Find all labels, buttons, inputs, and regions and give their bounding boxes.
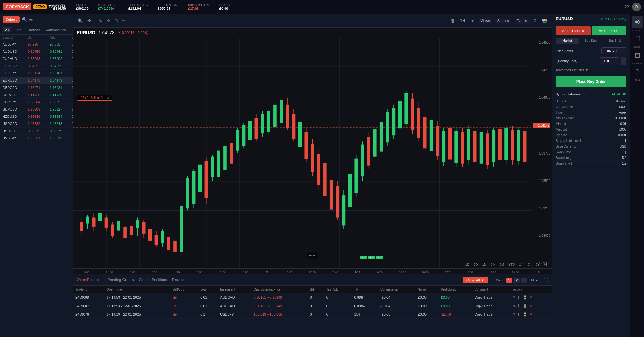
crosshair-icon[interactable]: ✚ [86, 17, 92, 24]
tab-open-positions[interactable]: Open Positions [77, 275, 102, 285]
quantity-decrement[interactable]: − [621, 61, 626, 65]
history-icon[interactable]: H [518, 312, 521, 317]
edit-icon[interactable]: ✎ [513, 295, 516, 300]
quantity-increment[interactable]: + [621, 57, 626, 61]
list-item[interactable]: AUDJPY 98.298 98.305 0.7 [0, 41, 73, 48]
pagination: Prev 1 2 3 Next [494, 278, 541, 283]
period-1m[interactable]: 1M [480, 262, 488, 267]
expand-button[interactable]: ⛶ [543, 278, 548, 283]
sidebar-item-calendar[interactable] [632, 50, 643, 61]
svg-rect-136 [436, 126, 439, 156]
grid-icon[interactable]: ☷ [29, 17, 33, 22]
list-item[interactable]: AUDUSD 0.62759 0.62761 0.2 [0, 48, 73, 55]
avatar[interactable]: D [632, 3, 641, 11]
period-all[interactable]: All [542, 262, 549, 267]
list-item[interactable]: GBPUSD 1.23209 1.23227 1.8 [0, 106, 73, 113]
list-item[interactable]: NZDUSD 0.56680 0.56684 0.4 [0, 113, 73, 120]
close-all-button[interactable]: Close All ▼ [463, 277, 488, 283]
camera-icon[interactable]: 📸 [541, 17, 548, 24]
tab-all[interactable]: All [3, 27, 11, 32]
edit-icon[interactable]: ✎ [513, 304, 516, 308]
tab-buy-limit[interactable]: Buy limit [603, 38, 626, 44]
edit-icon[interactable]: ✎ [513, 312, 516, 317]
history-icon[interactable]: H [518, 295, 521, 300]
price-level-input[interactable] [601, 47, 626, 54]
list-item[interactable]: GBPCHF 1.11720 1.11729 0.9 [0, 91, 73, 99]
divider [95, 18, 95, 24]
tab-market[interactable]: Market [556, 38, 579, 44]
col-commission: Commission [378, 286, 415, 293]
tab-forex[interactable]: Forex [12, 27, 26, 32]
search-icon[interactable]: 🔍 [22, 17, 27, 22]
chevron-down-icon[interactable]: ▼ [469, 17, 476, 24]
list-item[interactable]: GBPCAD 1.76971 1.76981 1 [0, 84, 73, 91]
tab-commodities[interactable]: Commodities [43, 27, 68, 32]
close-trade-icon[interactable]: ✕ [529, 295, 532, 300]
tab-indices[interactable]: Indices [26, 27, 42, 32]
svg-rect-58 [192, 171, 196, 204]
studies-button[interactable]: Studies [495, 18, 512, 24]
rect-icon[interactable]: ▭ [121, 17, 127, 24]
timeframe-button[interactable]: 1H [458, 18, 467, 24]
tab-pending-orders[interactable]: Pending Orders [107, 275, 134, 285]
time-tick-8: 6:00 [278, 271, 301, 274]
sell-button[interactable]: SELL 1.04178 [556, 26, 591, 35]
page-1[interactable]: 1 [506, 278, 512, 283]
close-line-button[interactable]: ✕ [107, 96, 109, 100]
tab-buy-stop[interactable]: Buy Stop [580, 38, 603, 44]
advanced-options[interactable]: Advanced Options ▼ [552, 66, 630, 74]
period-3y[interactable]: 3Y [526, 262, 533, 267]
close-trade-icon[interactable]: ✕ [529, 304, 532, 308]
clock-icon[interactable]: ⏳ [523, 312, 527, 317]
tab-finance[interactable]: Finance [172, 275, 186, 285]
period-5y[interactable]: 5Y [534, 262, 541, 267]
zoom-in-button[interactable]: + [313, 253, 315, 258]
info-row: Base Currency USD [556, 144, 626, 149]
cursor-icon[interactable]: ✛ [106, 17, 111, 24]
draw-icon[interactable]: ✎ [97, 17, 103, 24]
svg-rect-150 [480, 132, 483, 164]
list-item[interactable]: USDCAD 1.43639 1.43643 0.4 [0, 120, 73, 128]
buy-button[interactable]: BUY 1.04179 [592, 26, 627, 35]
list-item[interactable]: EURJPY 163.174 163.181 0.7 [0, 70, 73, 77]
period-1y[interactable]: 1Y [518, 262, 525, 267]
clock-icon[interactable]: ⏳ [523, 295, 527, 300]
list-item[interactable]: EURUSD 1.04178 1.04179 0.1 [0, 77, 73, 84]
events-button[interactable]: Events [514, 18, 530, 24]
quantity-input[interactable] [600, 57, 619, 64]
period-1d[interactable]: 1D [464, 262, 471, 267]
symbol-table: AUDJPY 98.298 98.305 0.7 AUDUSD 0.62759 … [0, 41, 73, 337]
bid-price: 192.984 [28, 100, 50, 104]
prev-button[interactable]: Prev [494, 278, 505, 283]
zoom-out-button[interactable]: − [309, 253, 312, 258]
next-button[interactable]: Next [529, 278, 541, 283]
bubble-icon[interactable]: □ [114, 17, 118, 24]
close-trade-icon[interactable]: ✕ [529, 312, 532, 317]
tab-closed-positions[interactable]: Closed Positions [139, 275, 167, 285]
list-item[interactable]: USDCHF 0.90675 0.90679 0.4 [0, 128, 73, 135]
period-5d[interactable]: 5D [472, 262, 480, 267]
views-button[interactable]: Views [478, 18, 492, 24]
swap: £0.00 [415, 310, 438, 319]
period-3m[interactable]: 3M [489, 262, 497, 267]
list-item[interactable]: EURAUD 1.65993 1.66002 0.9 [0, 55, 73, 63]
history-icon[interactable]: H [518, 304, 521, 308]
period-ytd[interactable]: YTD [507, 262, 516, 267]
period-6m[interactable]: 6M [498, 262, 506, 267]
list-item[interactable]: USDJPY 156.631 156.635 0.4 [0, 135, 73, 142]
page-3[interactable]: 3 [521, 278, 527, 283]
sidebar-item-news[interactable] [632, 33, 643, 44]
list-item[interactable]: GBPJPY 192.984 192.992 0.8 [0, 99, 73, 106]
default-button[interactable]: Default [3, 16, 20, 23]
page-2[interactable]: 2 [514, 278, 520, 283]
svg-rect-156 [498, 129, 502, 160]
bar-chart-icon[interactable]: ▩ [450, 17, 456, 24]
clock-icon[interactable]: ⏳ [523, 304, 527, 308]
search-chart-icon[interactable]: 🔍 [77, 17, 84, 24]
sidebar-item-alert[interactable] [632, 66, 643, 78]
place-order-button[interactable]: Place Buy Order [556, 76, 626, 87]
sidebar-item-watchlist[interactable] [632, 16, 643, 28]
list-item[interactable]: EURGBP 0.84552 0.84555 0.3 [0, 63, 73, 70]
settings-icon[interactable]: ⚙ [532, 17, 538, 24]
stat-unrealised: UNREALISED P/L -£17.62 [187, 3, 210, 10]
